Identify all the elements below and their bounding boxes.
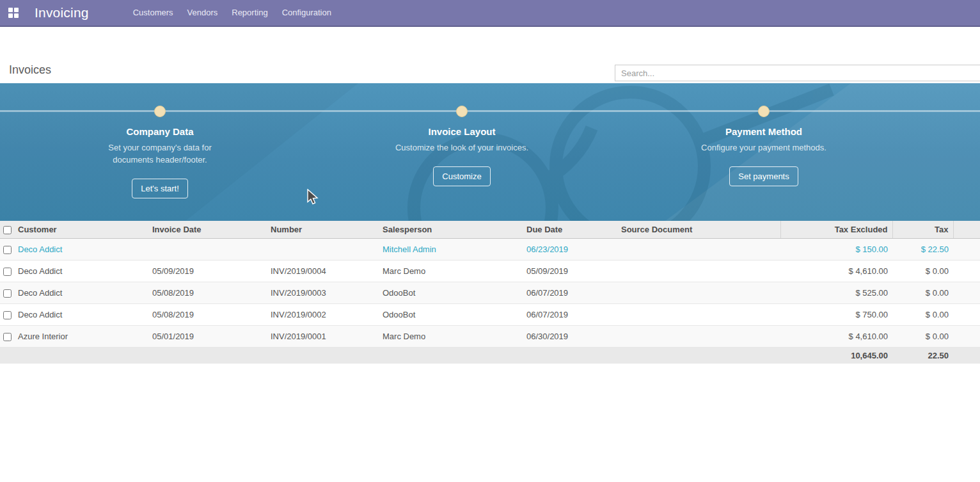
cell-tax: $ 0.00: [892, 325, 953, 347]
cell-number: [267, 238, 379, 260]
cell-due-date: 06/30/2019: [523, 325, 617, 347]
cell-invoice-date: 05/08/2019: [148, 303, 267, 325]
cell-source-document: [617, 325, 780, 347]
cell-tax-excluded: $ 4,610.00: [780, 260, 892, 282]
onboarding-step-company-data: Company Data Set your company's data for…: [64, 106, 256, 198]
menu-reporting[interactable]: Reporting: [225, 0, 274, 26]
step-title: Payment Method: [668, 126, 860, 137]
tax-excluded-total: 10,645.00: [780, 347, 892, 364]
search-input[interactable]: [615, 65, 980, 81]
set-payments-button[interactable]: Set payments: [729, 166, 798, 186]
control-panel: Invoices + Create Import Filters ≡ Group…: [0, 28, 980, 83]
invoice-table: Customer Invoice Date Number Salesperson…: [0, 221, 980, 364]
cell-due-date: 05/09/2019: [523, 260, 617, 282]
cell-source-document: [617, 260, 780, 282]
cell-tax-excluded: $ 525.00: [780, 282, 892, 303]
step-dot-icon: [154, 106, 166, 117]
cell-due-date: 06/23/2019: [523, 238, 617, 260]
cell-number: INV/2019/0004: [267, 260, 379, 282]
cell-customer: Azure Interior: [14, 325, 148, 347]
cell-number: INV/2019/0003: [267, 282, 379, 303]
cell-tax: $ 0.00: [892, 282, 953, 303]
table-row[interactable]: Azure Interior 05/01/2019 INV/2019/0001 …: [0, 325, 980, 347]
cell-due-date: 06/07/2019: [523, 282, 617, 303]
row-checkbox[interactable]: [3, 311, 12, 319]
app-title[interactable]: Invoicing: [35, 5, 89, 20]
menu-configuration[interactable]: Configuration: [275, 0, 338, 26]
table-row[interactable]: Deco Addict Mitchell Admin 06/23/2019 $ …: [0, 238, 980, 260]
cell-source-document: [617, 282, 780, 303]
page-title: Invoices: [9, 63, 51, 77]
table-row[interactable]: Deco Addict 05/08/2019 INV/2019/0003 Odo…: [0, 282, 980, 303]
step-description: Set your company's data for documents he…: [90, 141, 230, 166]
cell-tax: $ 0.00: [892, 303, 953, 325]
row-checkbox[interactable]: [3, 246, 12, 254]
step-description: Configure your payment methods.: [693, 141, 834, 154]
cell-number: INV/2019/0001: [267, 325, 379, 347]
cell-invoice-date: 05/01/2019: [148, 325, 267, 347]
lets-start-button[interactable]: Let's start!: [132, 179, 188, 198]
cell-tax: $ 0.00: [892, 260, 953, 282]
onboarding-step-invoice-layout: Invoice Layout Customize the look of you…: [366, 106, 558, 186]
cell-salesperson: OdooBot: [379, 303, 523, 325]
step-title: Invoice Layout: [366, 126, 558, 137]
tax-total: 22.50: [892, 347, 953, 364]
cell-customer: Deco Addict: [14, 303, 148, 325]
column-header-due-date[interactable]: Due Date: [523, 221, 617, 238]
cell-invoice-date: [148, 238, 267, 260]
cell-invoice-date: 05/08/2019: [148, 282, 267, 303]
table-header-row: Customer Invoice Date Number Salesperson…: [0, 221, 980, 238]
menu-vendors[interactable]: Vendors: [180, 0, 225, 26]
column-header-customer[interactable]: Customer: [14, 221, 148, 238]
table-row[interactable]: Deco Addict 05/08/2019 INV/2019/0002 Odo…: [0, 303, 980, 325]
cell-source-document: [617, 303, 780, 325]
table-footer-row: 10,645.00 22.50: [0, 347, 980, 364]
column-header-tax-excluded[interactable]: Tax Excluded: [780, 221, 892, 238]
row-checkbox[interactable]: [3, 289, 12, 298]
step-dot-icon: [456, 106, 468, 117]
column-header-spacer: [953, 221, 980, 238]
cell-customer: Deco Addict: [14, 238, 148, 260]
top-navbar: Invoicing Customers Vendors Reporting Co…: [0, 0, 980, 27]
cell-invoice-date: 05/09/2019: [148, 260, 267, 282]
cell-tax-excluded: $ 750.00: [780, 303, 892, 325]
main-menu: Customers Vendors Reporting Configuratio…: [126, 0, 338, 26]
row-checkbox[interactable]: [3, 268, 12, 276]
column-header-salesperson[interactable]: Salesperson: [379, 221, 523, 238]
onboarding-step-payment-method: Payment Method Configure your payment me…: [668, 106, 860, 186]
cell-tax: $ 22.50: [892, 238, 953, 260]
cell-customer: Deco Addict: [14, 282, 148, 303]
cell-tax-excluded: $ 150.00: [780, 238, 892, 260]
cell-tax-excluded: $ 4,610.00: [780, 325, 892, 347]
cell-number: INV/2019/0002: [267, 303, 379, 325]
cell-salesperson: Marc Demo: [379, 260, 523, 282]
customize-button[interactable]: Customize: [433, 166, 490, 186]
column-header-source-document[interactable]: Source Document: [617, 221, 780, 238]
apps-grid-icon[interactable]: [8, 8, 19, 19]
row-checkbox[interactable]: [3, 333, 12, 341]
cell-salesperson: Mitchell Admin: [379, 238, 523, 260]
cell-due-date: 06/07/2019: [523, 303, 617, 325]
cell-customer: Deco Addict: [14, 260, 148, 282]
step-dot-icon: [758, 106, 770, 117]
select-all-checkbox[interactable]: [3, 226, 12, 234]
invoice-list: Customer Invoice Date Number Salesperson…: [0, 221, 980, 364]
menu-customers[interactable]: Customers: [126, 0, 180, 26]
cell-salesperson: OdooBot: [379, 282, 523, 303]
onboarding-banner: Company Data Set your company's data for…: [0, 83, 980, 221]
column-header-number[interactable]: Number: [267, 221, 379, 238]
step-description: Customize the look of your invoices.: [391, 141, 532, 154]
table-row[interactable]: Deco Addict 05/09/2019 INV/2019/0004 Mar…: [0, 260, 980, 282]
column-header-invoice-date[interactable]: Invoice Date: [148, 221, 267, 238]
column-header-tax[interactable]: Tax: [892, 221, 953, 238]
step-title: Company Data: [64, 126, 256, 137]
cell-source-document: [617, 238, 780, 260]
cell-salesperson: Marc Demo: [379, 325, 523, 347]
